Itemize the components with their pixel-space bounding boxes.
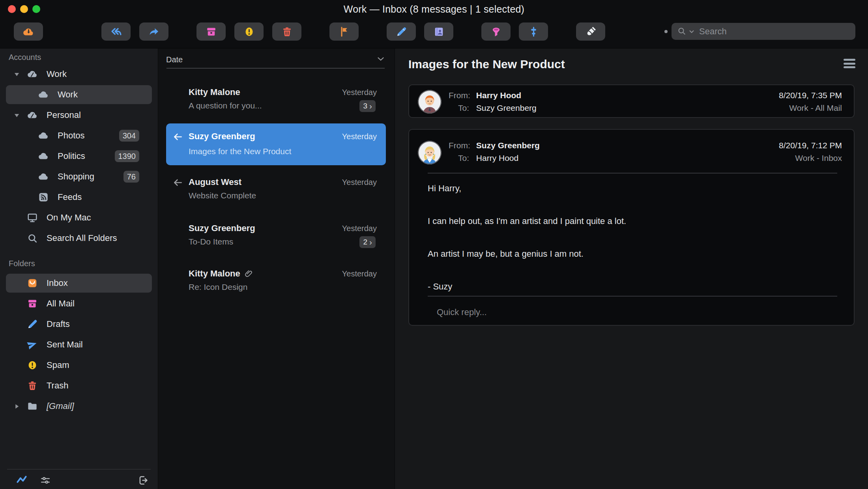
archive-icon [205,26,217,38]
sidebar-item-spam[interactable]: Spam [0,355,158,375]
thread-count-badge[interactable]: 3› [359,100,376,112]
to-name: Harry Hood [476,153,518,162]
sidebar-item-drafts[interactable]: Drafts [0,314,158,334]
sidebar-item-trash[interactable]: Trash [0,375,158,396]
sliders-icon [39,474,51,486]
body-paragraph: - Suzy [428,281,835,293]
pencil-icon [26,318,39,330]
to-label: To: [449,102,469,114]
sidebar-item-on-my-mac[interactable]: On My Mac [0,207,158,228]
message-row[interactable]: Kitty Malone Yesterday A question for yo… [158,81,395,119]
filter-button[interactable] [481,22,511,41]
compose-button[interactable] [387,22,416,41]
message-sender: Kitty Malone [189,86,240,99]
appearance-button[interactable] [576,22,605,41]
disclosure-down-icon[interactable] [13,71,20,77]
quick-reply-input[interactable] [436,303,838,321]
archive-icon [26,297,39,310]
pencil-icon [395,26,408,38]
search-field[interactable] [672,23,855,40]
sidebar-item-sent-mail[interactable]: Sent Mail [0,334,158,355]
sidebar-footer [7,469,151,489]
sort-label: Date [166,55,183,64]
reply-all-button[interactable] [101,22,131,41]
body-paragraph: An artist I may be, but a genius I am no… [428,248,835,260]
rss-icon [37,191,50,203]
sidebar-item-label: Feeds [58,192,82,202]
search-scope-chevron-icon [689,30,694,34]
conversation-title: Images for the New Product [408,56,565,72]
list-divider [166,68,385,69]
sidebar-item-politics[interactable]: Politics 1390 [0,146,158,166]
message-subject: A question for you... [189,99,262,112]
sidebar-item-shopping[interactable]: Shopping 76 [0,166,158,187]
sidebar-item-account-work[interactable]: Work [0,64,158,84]
sidebar-item-label: Spam [47,360,69,370]
adjust-button[interactable] [519,22,548,41]
chevron-right-icon: › [369,102,372,110]
sidebar-item-all-mail[interactable]: All Mail [0,293,158,314]
message-datetime: 8/20/19, 7:35 PM [779,89,842,102]
suzy-avatar-icon [418,141,441,164]
contacts-button[interactable] [424,22,453,41]
sidebar: Accounts Work Work Personal Photos 304 [0,49,158,489]
avatar [418,141,441,164]
message-row[interactable]: Suzy Greenberg Yesterday To-Do Items 2› [158,217,395,255]
hamburger-icon [844,59,855,61]
preferences-button[interactable] [39,474,51,486]
cloud-icon [37,170,50,183]
sidebar-item-mailbox-work[interactable]: Work [0,84,158,105]
to-name: Suzy Greenberg [476,103,537,112]
search-input[interactable] [698,26,850,37]
archive-button[interactable] [196,22,226,41]
sidebar-item-label: [Gmail] [47,401,74,411]
funnel-icon [490,26,502,38]
sidebar-item-label: Personal [47,110,81,120]
hamburger-menu-button[interactable] [844,59,855,68]
to-line: To: Harry Hood [449,152,518,164]
trash-icon [281,26,293,38]
thread-count-badge[interactable]: 2› [359,236,376,248]
window-chrome: Work — Inbox (8 messages | 1 selected) [0,0,868,48]
message-date: Yesterday [342,130,377,143]
sidebar-item-inbox[interactable]: Inbox [0,273,158,293]
sidebar-item-photos[interactable]: Photos 304 [0,125,158,146]
unread-count-badge: 76 [123,171,139,183]
disclosure-down-icon[interactable] [13,112,20,118]
tune-icon [528,26,540,38]
from-label: From: [449,89,469,102]
forward-button[interactable] [139,22,168,41]
unread-count-badge: 1390 [115,150,140,162]
from-line: From: Harry Hood [449,89,521,102]
sidebar-item-feeds[interactable]: Feeds [0,187,158,207]
quick-reply-divider [428,296,837,297]
to-line: To: Suzy Greenberg [449,102,537,114]
disclosure-right-icon[interactable] [13,403,20,409]
delete-button[interactable] [272,22,301,41]
message-sender-text: Kitty Malone [189,267,240,280]
activity-button[interactable] [16,474,28,486]
chevron-down-icon [377,56,384,63]
sort-header[interactable]: Date [166,53,384,66]
message-row-selected[interactable]: Suzy Greenberg Yesterday Images for the … [158,123,395,165]
flag-button[interactable] [329,22,359,41]
message-row[interactable]: Kitty Malone Yesterday Re: Icon Design [158,262,395,300]
message-card-collapsed[interactable]: From: Harry Hood To: Suzy Greenberg 8/20… [408,84,855,118]
sidebar-item-account-personal[interactable]: Personal [0,105,158,125]
message-list: Date Kitty Malone Yesterday A question f… [158,49,395,489]
message-mailbox: Work - Inbox [795,152,842,164]
mark-spam-button[interactable] [234,22,264,41]
message-row[interactable]: August West Yesterday Website Complete [158,171,395,209]
message-date: Yesterday [342,175,377,189]
sidebar-item-gmail[interactable]: [Gmail] [0,396,158,416]
flag-icon [338,26,350,38]
chevron-right-icon: › [369,238,372,246]
message-sender: Suzy Greenberg [189,130,255,143]
message-datetime: 8/20/19, 7:12 PM [779,139,842,152]
accounts-section-header: Accounts [9,52,158,62]
sidebar-item-search-all-folders[interactable]: Search All Folders [0,228,158,248]
fetch-mail-button[interactable] [14,22,43,41]
sidebar-item-label: All Mail [47,299,75,309]
message-sender: August West [189,175,241,189]
logout-button[interactable] [137,474,149,486]
